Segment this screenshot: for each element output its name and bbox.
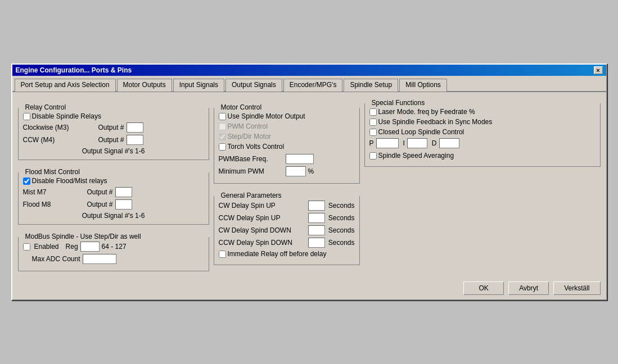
special-functions-title: Special Functions [369,99,427,107]
disable-flood-checkbox[interactable] [23,178,30,185]
spindle-feedback-label: Use Spindle Feedback in Sync Modes [378,118,493,126]
d-label: D [432,139,437,147]
relay-control-group: Relay Control Disable Spindle Relays Clo… [18,108,209,160]
cw-spin-down-input[interactable]: 1 [308,225,325,235]
disable-spindle-relays-row: Disable Spindle Relays [23,112,204,120]
modbus-max-adc-row: Max ADC Count 16380 [23,254,204,264]
speed-avg-checkbox[interactable] [369,152,377,160]
tab-motor-outputs[interactable]: Motor Outputs [117,79,172,92]
mist-label: Mist M7 [23,188,85,196]
flood-mist-group: Flood Mist Control Disable Flood/Mist re… [18,172,209,225]
tab-output-signals[interactable]: Output Signals [225,79,282,92]
pwm-control-label: PWM Control [228,122,268,130]
torch-volts-row: Torch Volts Control [219,143,355,151]
cw-label: Clockwise (M3) [23,124,96,131]
modbus-enabled-checkbox[interactable] [23,243,30,251]
tab-input-signals[interactable]: Input Signals [173,79,224,92]
pwm-control-checkbox[interactable] [219,123,226,130]
speed-avg-label: Spindle Speed Averaging [378,152,454,160]
ccw-spin-down-unit: Seconds [328,239,355,247]
flood-output-row: Flood M8 Output # 3 [23,199,204,210]
special-functions-group: Special Functions Laser Mode. freq by Fe… [364,103,601,167]
modbus-enabled-row: Enabled Reg 64 64 - 127 [23,242,204,252]
percent-label: % [308,167,314,175]
min-pwm-input[interactable]: 0 [286,166,306,176]
modbus-max-adc-label: Max ADC Count [32,255,80,263]
mist-output-label: Output # [87,188,113,196]
motor-control-title: Motor Control [219,103,264,111]
pwmbase-label: PWMBase Freq. [219,155,283,163]
cw-output-label: Output # [98,124,124,131]
tab-encoder[interactable]: Encoder/MPG's [283,79,343,92]
flood-output-input[interactable]: 3 [115,199,132,210]
spindle-feedback-checkbox[interactable] [369,119,377,126]
d-input[interactable]: 0.3 [439,138,459,148]
spindle-feedback-row: Use Spindle Feedback in Sync Modes [369,118,596,126]
cancel-button[interactable]: Avbryt [508,281,549,295]
modbus-reg-range: 64 - 127 [102,243,127,251]
modbus-reg-input[interactable]: 64 [80,242,100,252]
step-dir-label: Step/Dir Motor [228,133,271,140]
ccw-spin-down-row: CCW Delay Spin DOWN 1 Seconds [219,238,355,248]
pwm-control-row: PWM Control [219,122,355,130]
pwmbase-input[interactable]: 5 [286,154,314,164]
ccw-spin-down-label: CCW Delay Spin DOWN [219,239,305,247]
disable-flood-row: Disable Flood/Mist relays [23,177,204,185]
bottom-bar: OK Avbryt Verkställ [12,277,606,299]
general-params-title: General Parameters [219,192,284,199]
disable-flood-label: Disable Flood/Mist relays [32,177,107,185]
cw-spin-up-row: CW Delay Spin UP 1 Seconds [219,201,355,211]
ccw-spin-up-input[interactable]: 1 [308,213,325,223]
laser-mode-label: Laser Mode. freq by Feedrate % [378,108,475,116]
closed-loop-row: Closed Loop Spindle Control [369,128,596,136]
tab-port-setup[interactable]: Port Setup and Axis Selection [15,79,116,92]
step-dir-checkbox[interactable] [219,133,226,140]
min-pwm-label: Minimum PWM [219,167,283,175]
torch-volts-label: Torch Volts Control [228,143,285,151]
pid-row: P 0.25 I 1 D 0.3 [369,138,596,148]
torch-volts-checkbox[interactable] [219,143,226,151]
cw-spin-up-input[interactable]: 1 [308,201,325,211]
p-input[interactable]: 0.25 [376,138,399,148]
disable-spindle-relays-checkbox[interactable] [23,113,30,120]
use-spindle-motor-label: Use Spindle Motor Output [228,112,305,120]
modbus-reg-label: Reg [66,243,78,251]
ccw-output-input[interactable]: 1 [127,135,143,145]
modbus-enabled-label: Enabled [34,243,59,251]
ccw-spin-up-row: CCW Delay Spin UP 1 Seconds [219,213,355,223]
tab-mill-options[interactable]: Mill Options [399,79,447,92]
immediate-relay-row: Immediate Relay off before delay [219,250,355,258]
left-column: Relay Control Disable Spindle Relays Clo… [18,98,209,271]
ok-button[interactable]: OK [463,281,504,295]
i-input[interactable]: 1 [407,138,427,148]
modbus-max-adc-input[interactable]: 16380 [83,254,116,264]
laser-mode-row: Laser Mode. freq by Feedrate % [369,108,596,116]
immediate-relay-checkbox[interactable] [219,251,226,258]
ccw-label: CCW (M4) [23,136,96,144]
mid-column: Motor Control Use Spindle Motor Output P… [214,98,360,271]
apply-button[interactable]: Verkställ [553,281,600,295]
main-window: Engine Configuration... Ports & Pins × P… [11,63,607,301]
modbus-group: ModBus Spindle - Use Step/Dir as well En… [18,237,209,271]
ccw-spin-up-unit: Seconds [328,214,355,222]
cw-output-input[interactable]: 1 [127,122,143,133]
close-button[interactable]: × [594,66,603,74]
closed-loop-checkbox[interactable] [369,129,377,136]
use-spindle-motor-checkbox[interactable] [219,113,226,120]
tab-spindle-setup[interactable]: Spindle Setup [344,79,398,92]
closed-loop-label: Closed Loop Spindle Control [378,128,464,136]
min-pwm-row: Minimum PWM 0 % [219,166,355,176]
modbus-title: ModBus Spindle - Use Step/Dir as well [23,233,143,240]
speed-avg-row: Spindle Speed Averaging [369,152,596,160]
flood-mist-title: Flood Mist Control [23,168,82,176]
mist-output-input[interactable]: 4 [115,187,132,197]
relay-control-title: Relay Control [23,103,69,111]
ccw-spin-down-input[interactable]: 1 [308,238,325,248]
pwmbase-row: PWMBase Freq. 5 [219,154,355,164]
i-label: I [403,139,405,147]
motor-control-group: Motor Control Use Spindle Motor Output P… [214,108,360,184]
laser-mode-checkbox[interactable] [369,108,377,116]
cw-spin-down-row: CW Delay Spind DOWN 1 Seconds [219,225,355,235]
flood-sig-note: Output Signal #'s 1-6 [23,212,204,220]
cw-spin-up-unit: Seconds [328,202,355,210]
